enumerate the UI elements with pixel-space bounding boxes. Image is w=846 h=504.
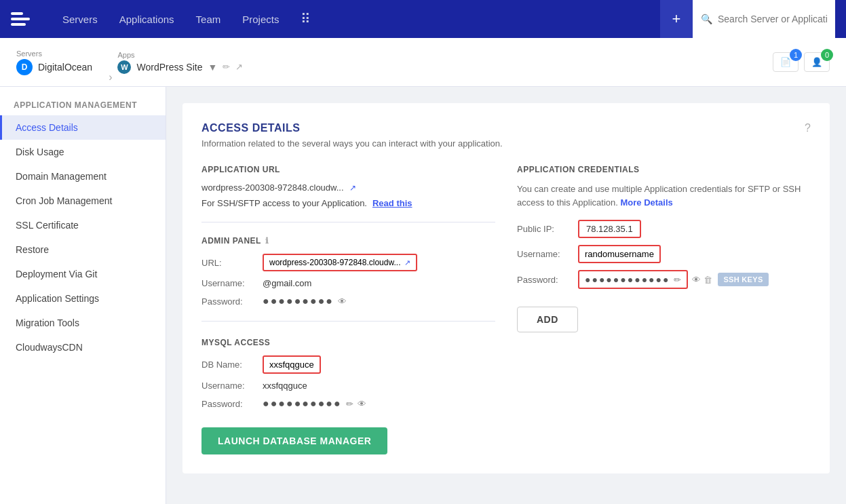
ssh-note-row: For SSH/SFTP access to your Application.…: [201, 198, 495, 208]
sidebar-item-domain-management[interactable]: Domain Management: [0, 164, 166, 189]
main-layout: Application Management Access Details Di…: [0, 87, 846, 504]
wp-icon: W: [117, 60, 131, 74]
logo[interactable]: [11, 7, 38, 31]
admin-url-ext-icon[interactable]: ↗: [404, 258, 410, 267]
navbar: Servers Applications Team Projects ⠿ + 🔍: [0, 0, 846, 38]
breadcrumb-servers: Servers D DigitalOcean: [16, 50, 103, 75]
admin-panel-section: ADMIN PANEL ℹ URL: wordpress-200308-9728…: [201, 236, 495, 307]
mysql-password-value: ●●●●●●●●●● ✏ 👁: [263, 398, 366, 410]
left-column: APPLICATION URL wordpress-200308-972848.…: [201, 165, 495, 454]
db-name-value: xxsfqqguce: [269, 360, 314, 370]
admin-panel-title: ADMIN PANEL ℹ: [201, 236, 495, 246]
app-url-section: APPLICATION URL wordpress-200308-972848.…: [201, 165, 495, 208]
cred-password-delete[interactable]: 🗑: [704, 275, 712, 285]
dropdown-icon[interactable]: ▼: [208, 62, 217, 73]
sidebar-item-ssl[interactable]: SSL Certificate: [0, 213, 166, 237]
admin-url-row: URL: wordpress-200308-972848.cloudw... ↗: [201, 254, 495, 271]
sidebar-item-cron-job[interactable]: Cron Job Management: [0, 189, 166, 213]
svg-rect-1: [11, 18, 30, 20]
divider-2: [201, 321, 495, 322]
mysql-password-row: Password: ●●●●●●●●●● ✏ 👁: [201, 398, 495, 410]
db-name-box: xxsfqqguce: [263, 355, 321, 374]
servers-label: Servers: [16, 50, 92, 58]
help-icon[interactable]: ?: [805, 122, 811, 134]
files-badge: 1: [790, 49, 802, 61]
external-link-icon[interactable]: ↗: [235, 62, 243, 72]
mysql-section: MYSQL ACCESS DB Name: xxsfqqguce Usernam…: [201, 338, 495, 454]
apps-label: Apps: [117, 51, 243, 59]
admin-panel-info-icon: ℹ: [265, 236, 269, 246]
sidebar-item-disk-usage[interactable]: Disk Usage: [0, 140, 166, 164]
grid-icon[interactable]: ⠿: [292, 7, 319, 31]
nav-applications[interactable]: Applications: [111, 9, 182, 29]
admin-url-box: wordpress-200308-972848.cloudw... ↗: [263, 254, 417, 271]
public-ip-value-text: 78.128.35.1: [578, 220, 641, 238]
ssh-keys-button[interactable]: SSH KEYS: [718, 273, 768, 286]
cred-password-edit[interactable]: ✏: [674, 275, 681, 285]
do-icon: D: [16, 59, 33, 75]
section-desc: Information related to the several ways …: [201, 138, 811, 149]
mysql-password-edit[interactable]: ✏: [346, 399, 353, 409]
edit-icon[interactable]: ✏: [223, 62, 230, 72]
mysql-password-label: Password:: [201, 399, 263, 409]
server-name[interactable]: DigitalOcean: [38, 62, 92, 73]
public-ip-row: Public IP: 78.128.35.1: [517, 220, 811, 238]
mysql-username-row: Username: xxsfqqguce: [201, 381, 495, 391]
admin-url-value: wordpress-200308-972848.cloudw...: [269, 258, 400, 267]
admin-username-label: Username:: [201, 278, 263, 288]
navbar-right: + 🔍: [660, 0, 835, 38]
divider-1: [201, 222, 495, 222]
mysql-username-value: xxsfqqguce: [263, 381, 307, 391]
cred-password-eye[interactable]: 👁: [692, 275, 701, 285]
users-button[interactable]: 👤 0: [804, 52, 830, 72]
nav-projects[interactable]: Projects: [234, 9, 287, 29]
credentials-box: APPLICATION CREDENTIALS You can create a…: [517, 165, 811, 332]
app-name[interactable]: WordPress Site: [136, 62, 202, 73]
sidebar-item-migration-tools[interactable]: Migration Tools: [0, 311, 166, 335]
sidebar-item-access-details[interactable]: Access Details: [0, 115, 166, 140]
files-button[interactable]: 📄 1: [773, 52, 799, 72]
cred-password-dots: ●●●●●●●●●●●●: [585, 274, 670, 285]
app-url-ext-icon[interactable]: ↗: [349, 183, 356, 193]
content-area: ? ACCESS DETAILS Information related to …: [166, 87, 846, 504]
read-this-link[interactable]: Read this: [372, 198, 412, 208]
sidebar-item-app-settings[interactable]: Application Settings: [0, 286, 166, 311]
nav-team[interactable]: Team: [188, 9, 229, 29]
add-credentials-button[interactable]: ADD: [517, 307, 578, 332]
sidebar-item-restore[interactable]: Restore: [0, 237, 166, 262]
two-col-layout: APPLICATION URL wordpress-200308-972848.…: [201, 165, 811, 454]
cred-username-row: Username: randomusername: [517, 245, 811, 263]
app-value: W WordPress Site ▼ ✏ ↗: [117, 60, 243, 74]
admin-password-eye[interactable]: 👁: [338, 296, 347, 307]
mysql-password-eye[interactable]: 👁: [358, 399, 366, 409]
admin-panel-title-text: ADMIN PANEL: [201, 236, 261, 246]
nav-servers[interactable]: Servers: [54, 9, 106, 29]
app-url-row: wordpress-200308-972848.cloudw... ↗: [201, 182, 495, 193]
db-name-label: DB Name:: [201, 360, 263, 370]
ssh-note-text: For SSH/SFTP access to your Application.: [201, 198, 367, 208]
search-box: 🔍: [693, 0, 835, 38]
credentials-title: APPLICATION CREDENTIALS: [517, 165, 811, 174]
svg-rect-0: [11, 12, 23, 15]
admin-username-value: @gmail.com: [263, 278, 311, 288]
mysql-username-label: Username:: [201, 381, 263, 391]
sidebar: Application Management Access Details Di…: [0, 87, 166, 504]
admin-password-row: Password: ●●●●●●●●● 👁: [201, 295, 495, 307]
cred-password-label: Password:: [517, 275, 578, 285]
files-icon: 📄: [780, 57, 791, 67]
launch-db-manager-button[interactable]: LAUNCH DATABASE MANAGER: [201, 427, 387, 454]
mysql-password-dots: ●●●●●●●●●●: [263, 398, 342, 410]
mysql-title: MYSQL ACCESS: [201, 338, 495, 347]
app-url-title: APPLICATION URL: [201, 165, 495, 174]
add-button[interactable]: +: [660, 0, 693, 38]
search-icon: 🔍: [701, 14, 712, 24]
sidebar-item-cloudways-cdn[interactable]: CloudwaysCDN: [0, 335, 166, 360]
breadcrumb-bar: Servers D DigitalOcean › Apps W WordPres…: [0, 38, 846, 87]
right-column: APPLICATION CREDENTIALS You can create a…: [517, 165, 811, 454]
search-input[interactable]: [718, 14, 827, 24]
content-card: ? ACCESS DETAILS Information related to …: [182, 103, 830, 473]
sidebar-item-deployment[interactable]: Deployment Via Git: [0, 262, 166, 286]
more-details-link[interactable]: More Details: [620, 197, 672, 208]
db-name-row: DB Name: xxsfqqguce: [201, 355, 495, 374]
sidebar-section-title: Application Management: [0, 100, 166, 115]
